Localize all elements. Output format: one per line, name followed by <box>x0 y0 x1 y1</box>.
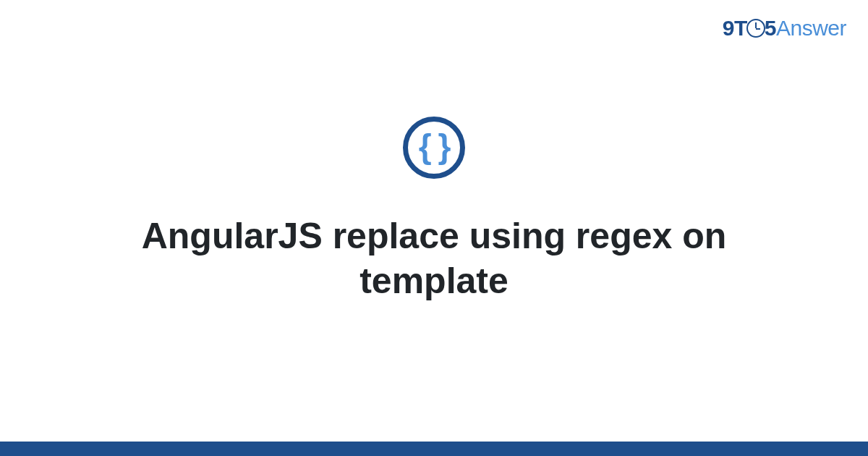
page-title: AngularJS replace using regex on templat… <box>72 214 796 304</box>
category-icon-circle: { } <box>403 117 465 179</box>
main-content: { } AngularJS replace using regex on tem… <box>0 0 868 442</box>
code-braces-icon: { } <box>419 130 450 163</box>
footer-accent-bar <box>0 442 868 456</box>
